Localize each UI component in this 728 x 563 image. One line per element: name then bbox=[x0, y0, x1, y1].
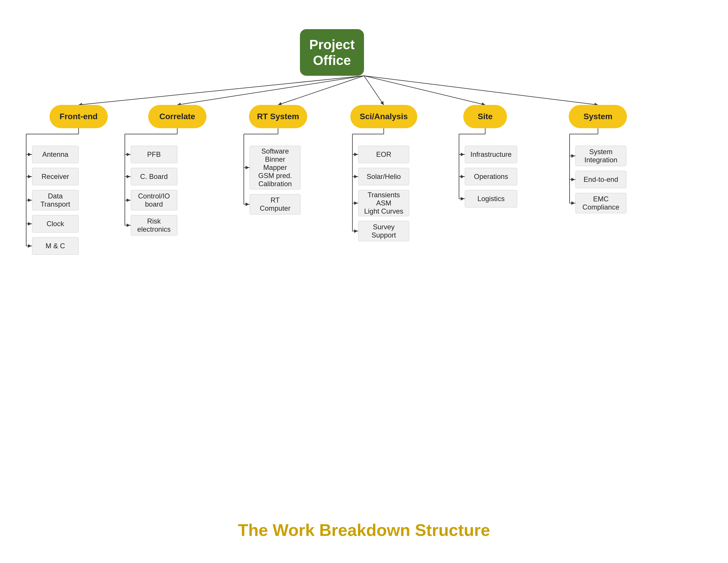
level1-scianalysis: Sci/Analysis bbox=[350, 105, 417, 128]
level1-system: System bbox=[569, 105, 627, 128]
l2-logistics: Logistics bbox=[465, 190, 517, 207]
l2-m-and-c: M & C bbox=[32, 237, 79, 255]
connector-lines bbox=[12, 12, 716, 505]
l2-emc-compliance: EMC Compliance bbox=[575, 193, 626, 213]
level1-rtsystem: RT System bbox=[249, 105, 307, 128]
l2-antenna: Antenna bbox=[32, 146, 79, 163]
svg-line-2 bbox=[177, 76, 364, 105]
l1-correlate-label: Correlate bbox=[159, 112, 195, 121]
l2-operations: Operations bbox=[465, 168, 517, 185]
l2-eor: EOR bbox=[358, 146, 409, 163]
l2-c-board: C. Board bbox=[131, 168, 177, 185]
l2-pfb: PFB bbox=[131, 146, 177, 163]
bottom-title-text: The Work Breakdown Structure bbox=[238, 520, 490, 539]
l2-risk-electronics: Risk electronics bbox=[131, 215, 177, 235]
l1-system-label: System bbox=[584, 112, 613, 121]
bottom-title: The Work Breakdown Structure bbox=[0, 520, 728, 540]
l1-scianalysis-label: Sci/Analysis bbox=[360, 112, 408, 121]
l2-system-integration: System Integration bbox=[575, 146, 626, 166]
l2-solar-helio: Solar/Helio bbox=[358, 168, 409, 185]
diagram-container: Project Office Front-end Correlate RT Sy… bbox=[12, 12, 716, 505]
l1-frontend-label: Front-end bbox=[60, 112, 98, 121]
l2-clock: Clock bbox=[32, 215, 79, 232]
svg-line-6 bbox=[364, 76, 598, 105]
l2-software-block: Software Binner Mapper GSM pred. Calibra… bbox=[250, 146, 301, 189]
svg-line-5 bbox=[364, 76, 485, 105]
l2-end-to-end: End-to-end bbox=[575, 171, 626, 188]
l2-data-transport: Data Transport bbox=[32, 190, 79, 210]
l2-m-and-c-label: M & C bbox=[46, 242, 65, 250]
l2-survey: Survey Support bbox=[358, 221, 409, 241]
root-label: Project Office bbox=[309, 37, 355, 68]
l2-receiver-label: Receiver bbox=[42, 172, 69, 181]
level1-site: Site bbox=[463, 105, 507, 128]
level1-correlate: Correlate bbox=[148, 105, 206, 128]
l1-rtsystem-label: RT System bbox=[257, 112, 299, 121]
l2-receiver: Receiver bbox=[32, 168, 79, 185]
root-node: Project Office bbox=[300, 29, 364, 76]
l2-infrastructure: Infrastructure bbox=[465, 146, 517, 163]
l2-control-io-board: Control/IO board bbox=[131, 190, 177, 210]
l2-rt-computer: RT Computer bbox=[250, 194, 301, 214]
l1-site-label: Site bbox=[478, 112, 493, 121]
svg-line-4 bbox=[364, 76, 384, 105]
l2-transients: Transients ASM Light Curves bbox=[358, 190, 409, 216]
l2-data-transport-label: Data Transport bbox=[40, 192, 70, 208]
level1-frontend: Front-end bbox=[50, 105, 108, 128]
l2-antenna-label: Antenna bbox=[42, 150, 68, 158]
l2-clock-label: Clock bbox=[47, 220, 64, 228]
